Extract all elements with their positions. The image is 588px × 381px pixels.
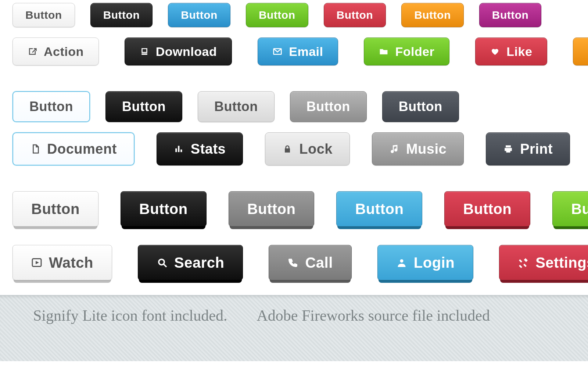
button-label: Button [139,201,188,217]
button-blue[interactable]: Button [168,3,230,27]
button-label: Button [181,9,218,21]
search-icon [157,257,168,268]
button-label: Button [25,9,62,21]
folder-icon [379,47,388,56]
button-black[interactable]: Button [90,3,153,27]
button-label: Lock [299,141,333,157]
footer-text-right: Adobe Fireworks source file included [257,307,490,324]
lock-icon [282,144,293,154]
button-label: Settings [535,254,588,271]
row-6: Watch Search Call Login Settings [12,245,588,280]
settings-button[interactable]: Settings [499,245,588,280]
button-label: Action [44,44,84,59]
button-dkgray[interactable]: Button [382,91,459,122]
email-button[interactable]: Email [258,38,338,65]
print-icon [503,144,513,154]
button-label: Button [29,99,73,114]
button-label: Call [305,254,333,271]
folder-button[interactable]: Folder [364,38,449,65]
button-blue[interactable]: Button [336,191,422,227]
mail-icon [273,47,282,56]
button-label: Button [337,9,373,21]
row-2: Action Download Email Folder Like Collec… [12,38,588,65]
action-button[interactable]: Action [12,38,99,65]
lock-button[interactable]: Lock [265,132,350,165]
collection-button[interactable]: Collection [573,38,588,65]
button-showcase: Button Button Button Button Button Butto… [0,0,588,280]
button-white[interactable]: Button [12,191,98,227]
external-icon [28,47,37,56]
button-label: Button [414,9,451,21]
tools-icon [518,257,529,268]
call-button[interactable]: Call [269,245,351,280]
button-label: Login [414,254,455,271]
button-white[interactable]: Button [12,3,75,27]
button-red[interactable]: Button [444,191,530,227]
footer-text-left: Signify Lite icon font included. [33,307,227,324]
heart-icon [490,47,500,56]
button-label: Search [174,254,224,271]
watch-button[interactable]: Watch [12,245,112,280]
button-label: Document [47,141,117,157]
button-outline[interactable]: Button [12,91,90,122]
button-label: Button [247,201,296,217]
button-gray[interactable]: Button [229,191,315,227]
button-label: Stats [191,141,226,157]
download-button[interactable]: Download [125,38,232,65]
button-label: Button [259,9,295,21]
button-purple[interactable]: Button [479,3,542,27]
like-button[interactable]: Like [475,38,547,65]
play-icon [31,257,42,268]
button-black[interactable]: Button [105,91,182,122]
button-green[interactable]: Button [552,191,588,227]
phone-icon [287,257,298,268]
button-label: Folder [395,44,434,59]
music-icon [389,144,399,154]
button-label: Button [492,9,529,21]
button-label: Button [103,9,140,21]
music-button[interactable]: Music [372,132,464,165]
button-label: Button [463,201,512,217]
button-label: Like [506,44,532,59]
document-icon [30,144,40,154]
row-1: Button Button Button Button Button Butto… [12,3,588,27]
login-button[interactable]: Login [377,245,473,280]
print-button[interactable]: Print [486,132,570,165]
search-button[interactable]: Search [138,245,243,280]
footer: Signify Lite icon font included. Adobe F… [0,295,588,361]
button-green[interactable]: Button [246,3,308,27]
button-label: Watch [49,254,93,271]
button-label: Button [214,99,258,114]
button-label: Button [355,201,404,217]
button-label: Email [289,44,323,59]
button-red[interactable]: Button [324,3,386,27]
button-ltgray[interactable]: Button [198,91,275,122]
row-4: Document Stats Lock Music Print [12,132,588,165]
button-label: Print [520,141,553,157]
row-5: Button Button Button Button Button Butto… [12,191,588,227]
stats-icon [174,144,184,154]
stats-button[interactable]: Stats [157,132,243,165]
button-black[interactable]: Button [121,191,207,227]
button-label: Button [31,201,80,217]
button-label: Music [406,141,447,157]
download-icon [140,47,149,56]
button-label: Button [399,99,442,114]
row-3: Button Button Button Button Button [12,91,588,122]
document-button[interactable]: Document [12,132,135,165]
user-icon [396,257,407,268]
button-label: Button [571,201,588,217]
button-label: Button [306,99,350,114]
button-orange[interactable]: Button [401,3,464,27]
button-label: Button [122,99,166,114]
button-mdgray[interactable]: Button [290,91,367,122]
button-label: Download [156,44,217,59]
